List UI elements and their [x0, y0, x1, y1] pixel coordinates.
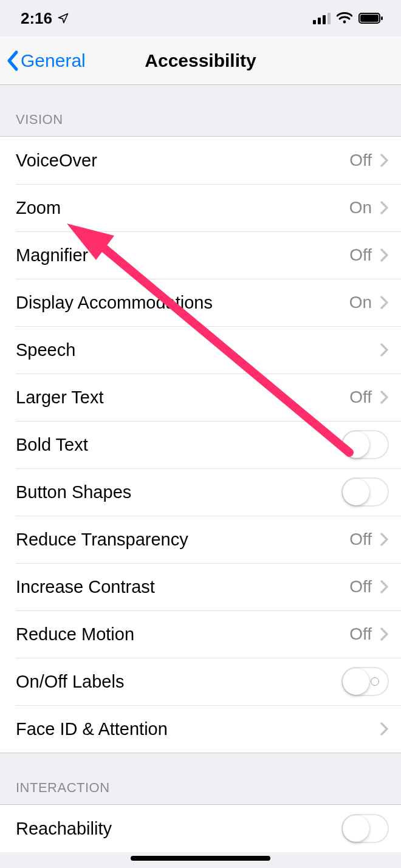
row-faceid-attention[interactable]: Face ID & Attention: [0, 705, 401, 753]
back-label: General: [21, 50, 86, 71]
page-title: Accessibility: [145, 50, 256, 71]
row-label: Increase Contrast: [16, 577, 349, 597]
section-header-vision: VISION: [0, 85, 401, 136]
status-time: 2:16: [21, 9, 52, 28]
chevron-right-icon: [380, 627, 389, 641]
row-display-accommodations[interactable]: Display Accommodations On: [0, 279, 401, 326]
row-label: VoiceOver: [16, 151, 349, 171]
chevron-right-icon: [380, 248, 389, 262]
chevron-right-icon: [380, 722, 389, 736]
row-increase-contrast[interactable]: Increase Contrast Off: [0, 563, 401, 610]
svg-point-0: [343, 21, 346, 24]
section-header-interaction: INTERACTION: [0, 753, 401, 804]
row-label: Reduce Transparency: [16, 530, 349, 550]
row-label: Zoom: [16, 198, 349, 218]
reachability-toggle[interactable]: [341, 814, 389, 843]
row-larger-text[interactable]: Larger Text Off: [0, 374, 401, 421]
chevron-right-icon: [380, 343, 389, 357]
row-onoff-labels[interactable]: On/Off Labels: [0, 658, 401, 705]
svg-rect-2: [360, 15, 379, 22]
row-value: Off: [349, 530, 372, 549]
row-label: Reachability: [16, 819, 341, 839]
row-label: Display Accommodations: [16, 293, 349, 313]
row-label: Speech: [16, 340, 380, 360]
status-right: [313, 12, 384, 24]
onoff-labels-toggle[interactable]: [341, 667, 389, 696]
row-magnifier[interactable]: Magnifier Off: [0, 231, 401, 279]
chevron-left-icon: [6, 50, 21, 72]
row-reachability[interactable]: Reachability: [0, 805, 401, 852]
chevron-right-icon: [380, 579, 389, 594]
chevron-right-icon: [380, 153, 389, 168]
row-value: Off: [349, 151, 372, 170]
row-zoom[interactable]: Zoom On: [0, 184, 401, 231]
row-label: On/Off Labels: [16, 672, 341, 692]
chevron-right-icon: [380, 390, 389, 405]
row-value: Off: [349, 577, 372, 596]
vision-list: VoiceOver Off Zoom On Magnifier Off Disp…: [0, 136, 401, 753]
row-label: Bold Text: [16, 435, 341, 455]
chevron-right-icon: [380, 295, 389, 310]
row-bold-text[interactable]: Bold Text: [0, 421, 401, 468]
row-speech[interactable]: Speech: [0, 326, 401, 374]
button-shapes-toggle[interactable]: [341, 477, 389, 507]
row-label: Reduce Motion: [16, 624, 349, 644]
row-label: Face ID & Attention: [16, 719, 380, 739]
wifi-icon: [337, 12, 352, 24]
status-bar: 2:16: [0, 0, 401, 36]
row-value: Off: [349, 624, 372, 644]
row-label: Magnifier: [16, 245, 349, 265]
status-left: 2:16: [21, 9, 69, 28]
row-label: Button Shapes: [16, 482, 341, 502]
row-label: Larger Text: [16, 388, 349, 408]
interaction-list: Reachability: [0, 804, 401, 852]
row-reduce-transparency[interactable]: Reduce Transparency Off: [0, 516, 401, 563]
row-value: On: [349, 198, 372, 217]
nav-bar: General Accessibility: [0, 36, 401, 85]
row-button-shapes[interactable]: Button Shapes: [0, 468, 401, 516]
bold-text-toggle[interactable]: [341, 430, 389, 459]
row-voiceover[interactable]: VoiceOver Off: [0, 137, 401, 184]
chevron-right-icon: [380, 200, 389, 215]
chevron-right-icon: [380, 532, 389, 547]
back-button[interactable]: General: [6, 50, 86, 72]
row-value: Off: [349, 388, 372, 407]
row-reduce-motion[interactable]: Reduce Motion Off: [0, 610, 401, 658]
battery-icon: [358, 12, 384, 24]
location-icon: [57, 12, 69, 24]
svg-rect-3: [381, 16, 383, 20]
cellular-icon: [313, 12, 331, 24]
home-indicator[interactable]: [131, 856, 270, 861]
row-value: Off: [349, 245, 372, 265]
row-value: On: [349, 293, 372, 312]
